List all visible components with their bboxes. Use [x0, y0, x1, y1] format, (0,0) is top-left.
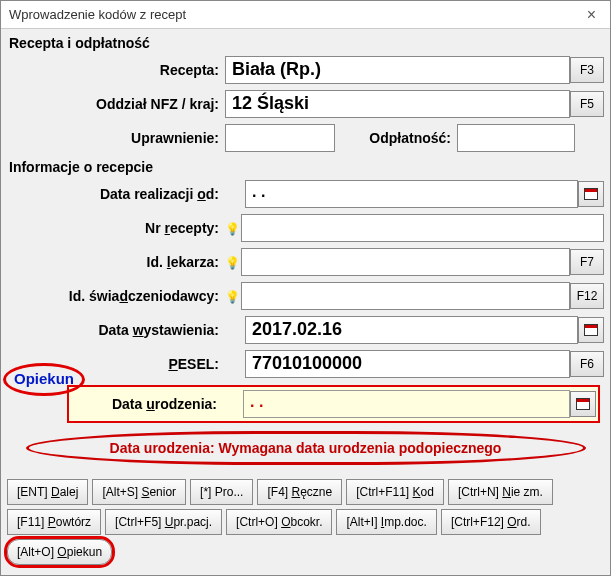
- hint-icon: 💡: [225, 256, 237, 268]
- id-lekarza-label: Id. lekarza:: [7, 254, 225, 270]
- id-lekarza-f7-button[interactable]: F7: [570, 249, 604, 275]
- recepta-label: Recepta:: [7, 62, 225, 78]
- calendar-icon: [584, 188, 598, 200]
- odplatnosc-label: Odpłatność:: [335, 130, 457, 146]
- data-realizacji-input[interactable]: . .: [245, 180, 578, 208]
- odplatnosc-input[interactable]: [457, 124, 575, 152]
- oddzial-f5-button[interactable]: F5: [570, 91, 604, 117]
- data-urodzenia-input[interactable]: . .: [243, 390, 570, 418]
- window-title: Wprowadzenie kodów z recept: [9, 7, 186, 22]
- nr-recepty-label: Nr recepty:: [7, 220, 225, 236]
- id-swiad-f12-button[interactable]: F12: [570, 283, 604, 309]
- data-urodzenia-label: Data urodzenia:: [71, 396, 223, 412]
- ctrlf12-ord-button[interactable]: [Ctrl+F12] Ord.: [441, 509, 541, 535]
- data-realizacji-label: Data realizacji od:: [7, 186, 225, 202]
- data-urodzenia-calendar-button[interactable]: [570, 391, 596, 417]
- data-wyst-calendar-button[interactable]: [578, 317, 604, 343]
- close-icon[interactable]: ×: [581, 6, 602, 24]
- nr-recepty-input[interactable]: [241, 214, 604, 242]
- f11-powtorz-button[interactable]: [F11] Powtórz: [7, 509, 101, 535]
- button-bar: [ENT] Dalej [Alt+S] Senior [*] Pro... [F…: [1, 475, 610, 569]
- pesel-input[interactable]: 77010100000: [245, 350, 570, 378]
- ent-dalej-button[interactable]: [ENT] Dalej: [7, 479, 88, 505]
- data-realizacji-calendar-button[interactable]: [578, 181, 604, 207]
- ctrln-niezm-button[interactable]: [Ctrl+N] Nie zm.: [448, 479, 553, 505]
- uprawnienie-label: Uprawnienie:: [7, 130, 225, 146]
- alti-impdoc-button[interactable]: [Alt+I] Imp.doc.: [336, 509, 436, 535]
- hint-icon: 💡: [225, 222, 237, 234]
- recepta-f3-button[interactable]: F3: [570, 57, 604, 83]
- titlebar: Wprowadzenie kodów z recept ×: [1, 1, 610, 29]
- id-lekarza-input[interactable]: [241, 248, 570, 276]
- ctrlf11-kod-button[interactable]: [Ctrl+F11] Kod: [346, 479, 444, 505]
- pesel-f6-button[interactable]: F6: [570, 351, 604, 377]
- ctrlf5-uprpacj-button[interactable]: [Ctrl+F5] Upr.pacj.: [105, 509, 222, 535]
- calendar-icon: [584, 324, 598, 336]
- uprawnienie-input[interactable]: [225, 124, 335, 152]
- data-urodzenia-highlight: Data urodzenia: . .: [67, 385, 600, 423]
- alto-opiekun-button[interactable]: [Alt+O] Opiekun: [7, 539, 112, 565]
- hint-icon: 💡: [225, 290, 237, 302]
- oddzial-input[interactable]: 12 Śląski: [225, 90, 570, 118]
- calendar-icon: [576, 398, 590, 410]
- id-swiad-label: Id. świadczeniodawcy:: [7, 288, 225, 304]
- section-prescription-payment: Recepta i odpłatność: [7, 33, 604, 55]
- id-swiad-input[interactable]: [241, 282, 570, 310]
- recepta-input[interactable]: Biała (Rp.): [225, 56, 570, 84]
- warning-message: Data urodzenia: Wymagana data urodzenia …: [26, 431, 586, 465]
- alts-senior-button[interactable]: [Alt+S] Senior: [92, 479, 186, 505]
- f4-reczne-button[interactable]: [F4] Ręczne: [257, 479, 342, 505]
- data-wyst-label: Data wystawienia:: [7, 322, 225, 338]
- ctrlo-obcokr-button[interactable]: [Ctrl+O] Obcokr.: [226, 509, 332, 535]
- star-pro-button[interactable]: [*] Pro...: [190, 479, 253, 505]
- opiekun-indicator: Opiekun: [3, 363, 85, 396]
- prescription-codes-dialog: Wprowadzenie kodów z recept × Recepta i …: [0, 0, 611, 576]
- oddzial-label: Oddział NFZ / kraj:: [7, 96, 225, 112]
- section-prescription-info: Informacje o recepcie: [7, 157, 604, 179]
- data-wyst-input[interactable]: 2017.02.16: [245, 316, 578, 344]
